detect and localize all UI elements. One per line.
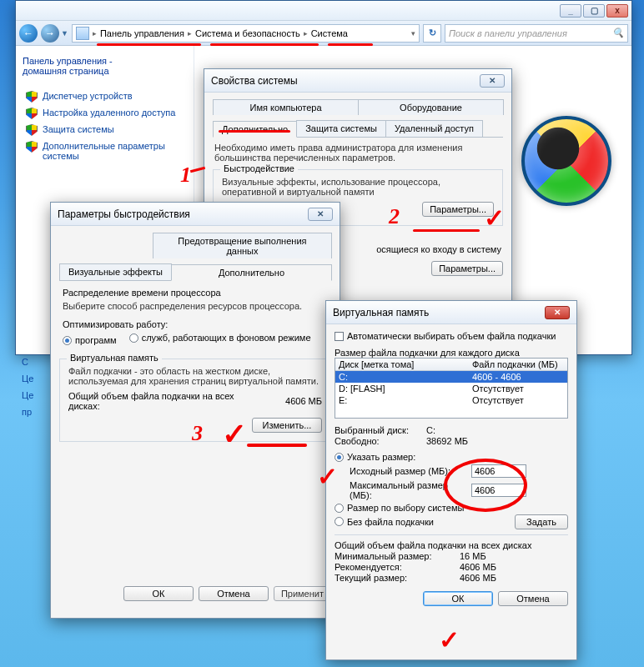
ok-button[interactable]: ОК — [423, 591, 493, 606]
radio-services[interactable]: служб, работающих в фоновом режиме — [129, 333, 311, 343]
refresh-button[interactable]: ↻ — [423, 24, 441, 43]
radio-icon — [129, 334, 138, 343]
scheduling-text: Выберите способ распределения ресурсов п… — [63, 301, 328, 311]
radio-custom-size[interactable]: Указать размер: — [335, 452, 415, 462]
admin-note: Необходимо иметь права администратора дл… — [214, 143, 501, 163]
radio-system-managed[interactable]: Размер по выбору системы — [335, 503, 464, 513]
task-label: Диспетчер устройств — [43, 91, 133, 101]
close-icon[interactable]: ✕ — [480, 74, 505, 88]
radio-no-pagefile[interactable]: Без файла подкачки — [335, 517, 434, 527]
selected-disk-label: Выбранный диск: — [335, 425, 426, 435]
tab-visual-effects[interactable]: Визуальные эффекты — [59, 263, 172, 280]
performance-desc: Визуальные эффекты, использование процес… — [222, 177, 494, 197]
close-icon[interactable]: ✕ — [308, 208, 333, 221]
see-also-fragment: С Це Це пр — [18, 345, 37, 667]
cancel-button[interactable]: Отмена — [199, 586, 269, 601]
tab-hardware[interactable]: Оборудование — [358, 99, 504, 115]
set-button[interactable]: Задать — [515, 514, 568, 529]
vm-group-title: Виртуальная память — [67, 353, 162, 363]
radio-programs[interactable]: программ — [63, 335, 117, 345]
shield-icon — [26, 91, 38, 103]
checkbox-label: Автоматически выбирать объем файла подка… — [347, 331, 556, 341]
minimize-button[interactable]: _ — [560, 4, 581, 18]
vm-total-label: Общий объем файла подкачки на всех диска… — [68, 391, 235, 411]
radio-label: Размер по выбору системы — [347, 503, 464, 513]
search-icon: 🔍 — [612, 28, 624, 38]
address-bar: ← → ▼ ▸ Панель управления ▸ Система и бе… — [16, 21, 631, 46]
task-device-manager[interactable]: Диспетчер устройств — [26, 91, 187, 103]
task-system-protection[interactable]: Защита системы — [26, 124, 187, 136]
max-size-input[interactable] — [471, 484, 526, 497]
tab-system-protection[interactable]: Защита системы — [296, 120, 386, 137]
shield-icon — [26, 124, 38, 136]
scheduling-heading: Распределение времени процессора — [63, 288, 328, 298]
tab-computer-name[interactable]: Имя компьютера — [213, 99, 359, 115]
optimize-label: Оптимизировать работу: — [63, 319, 328, 329]
disk-list[interactable]: Диск [метка тома] Файл подкачки (МБ) C: … — [335, 358, 568, 419]
shield-icon — [26, 108, 38, 119]
auto-manage-checkbox[interactable]: Автоматически выбирать объем файла подка… — [335, 331, 556, 341]
dialog-title: Свойства системы — [211, 75, 480, 87]
chevron-right-icon: ▸ — [93, 29, 97, 38]
profiles-settings-button[interactable]: Параметры... — [431, 261, 503, 276]
radio-icon — [335, 453, 344, 462]
radio-label: Без файла подкачки — [347, 517, 434, 527]
vm-desc: Файл подкачки - это область на жестком д… — [68, 366, 322, 386]
performance-settings-button[interactable]: Параметры... — [422, 202, 494, 217]
per-disk-label: Размер файла подкачки для каждого диска — [335, 348, 568, 358]
rec-label: Рекомендуется: — [335, 562, 460, 572]
totals-heading: Общий объем файла подкачки на всех диска… — [335, 540, 568, 550]
initial-size-input[interactable] — [471, 464, 526, 478]
radio-label: программ — [75, 335, 117, 345]
disk-row-c[interactable]: C: 4606 - 4606 — [335, 371, 567, 383]
close-button[interactable]: x — [606, 4, 628, 18]
task-advanced-settings[interactable]: Дополнительные параметры системы — [26, 141, 187, 161]
tab-remote-access[interactable]: Удаленный доступ — [385, 120, 483, 137]
ok-button[interactable]: ОК — [123, 586, 194, 601]
radio-icon — [63, 336, 72, 345]
vm-total-value: 4606 МБ — [285, 396, 322, 406]
performance-group-title: Быстродействие — [220, 163, 298, 173]
forward-button[interactable]: → — [41, 24, 59, 43]
window-titlebar: _ ▢ x — [16, 1, 631, 21]
free-space-value: 38692 МБ — [426, 436, 468, 446]
apply-button[interactable]: Применит — [274, 586, 331, 601]
virtual-memory-dialog: Виртуальная память ✕ Автоматически выбир… — [325, 300, 577, 660]
cur-label: Текущий размер: — [335, 573, 460, 583]
tab-advanced[interactable]: Дополнительно — [213, 121, 297, 138]
cancel-button[interactable]: Отмена — [498, 591, 568, 606]
crumb-system-security[interactable]: Система и безопасность — [195, 28, 300, 38]
change-button[interactable]: Изменить... — [252, 418, 322, 433]
min-label: Минимальный размер: — [335, 551, 460, 561]
breadcrumb[interactable]: ▸ Панель управления ▸ Система и безопасн… — [72, 24, 420, 43]
disk-row-e[interactable]: E: Отсутствует — [335, 394, 567, 406]
col-size: Файл подкачки (МБ) — [472, 359, 564, 369]
tab-dep[interactable]: Предотвращение выполнения данных — [153, 233, 332, 258]
performance-options-dialog: Параметры быстродействия ✕ Предотвращени… — [50, 202, 340, 619]
search-placeholder: Поиск в панели управления — [449, 28, 567, 38]
disk-row-d[interactable]: D: [FLASH] Отсутствует — [335, 383, 567, 394]
task-label: Защита системы — [43, 124, 114, 134]
cur-value: 4606 МБ — [460, 573, 496, 583]
crumb-control-panel[interactable]: Панель управления — [100, 28, 184, 38]
chevron-right-icon: ▸ — [304, 29, 308, 38]
search-input[interactable]: Поиск в панели управления 🔍 — [445, 24, 628, 43]
crumb-system[interactable]: Система — [311, 28, 348, 38]
task-label: Дополнительные параметры системы — [43, 141, 187, 161]
selected-disk-value: C: — [426, 425, 435, 435]
col-disk: Диск [метка тома] — [339, 359, 472, 369]
chevron-right-icon: ▸ — [188, 29, 192, 38]
maximize-button[interactable]: ▢ — [583, 4, 605, 18]
history-dropdown-icon[interactable]: ▼ — [61, 29, 68, 38]
chevron-down-icon[interactable]: ▾ — [411, 29, 415, 38]
close-icon[interactable]: ✕ — [545, 306, 570, 319]
dialog-title: Параметры быстродействия — [58, 208, 308, 220]
radio-label: служб, работающих в фоновом режиме — [142, 333, 311, 343]
tab-advanced-perf[interactable]: Дополнительно — [171, 264, 332, 281]
free-space-label: Свободно: — [335, 436, 426, 446]
task-remote-access[interactable]: Настройка удаленного доступа — [26, 108, 187, 119]
back-button[interactable]: ← — [19, 24, 38, 43]
rec-value: 4606 МБ — [460, 562, 496, 572]
max-size-label: Максимальный размер (МБ): — [350, 480, 466, 500]
radio-icon — [335, 504, 344, 513]
